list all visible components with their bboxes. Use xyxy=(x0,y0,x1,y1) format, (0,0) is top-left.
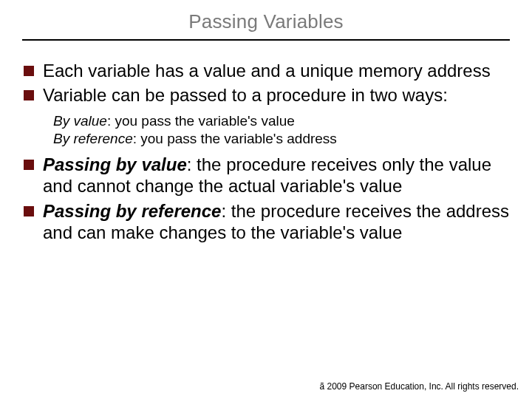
title-divider xyxy=(22,39,510,41)
slide-title: Passing Variables xyxy=(22,10,510,39)
square-bullet-icon xyxy=(24,206,34,216)
bullet-text: Passing by reference: the procedure rece… xyxy=(43,200,510,244)
slide-body: Each variable has a value and a unique m… xyxy=(24,60,510,243)
footer: ã 2009 Pearson Education, Inc. All right… xyxy=(319,381,519,392)
footer-text: 2009 Pearson Education, Inc. All rights … xyxy=(324,381,519,392)
square-bullet-icon xyxy=(24,90,34,100)
bullet-term: Passing by reference xyxy=(43,201,221,221)
bullet-term: Passing by value xyxy=(43,154,187,174)
sub-bullet-term: By reference xyxy=(53,131,133,146)
bullet-text: Passing by value: the procedure receives… xyxy=(43,154,510,197)
square-bullet-icon xyxy=(24,160,34,170)
sub-bullet-rest: : you pass the variable's value xyxy=(107,113,295,129)
bullet-text: Variable can be passed to a procedure in… xyxy=(43,84,510,106)
slide: Passing Variables Each variable has a va… xyxy=(0,0,532,399)
bullet-text: Each variable has a value and a unique m… xyxy=(43,60,510,81)
square-bullet-icon xyxy=(24,66,34,76)
bullet-item: Passing by reference: the procedure rece… xyxy=(24,200,510,244)
sub-bullet-rest: : you pass the variable's address xyxy=(133,131,337,146)
sub-bullet-item: By value: you pass the variable's value xyxy=(53,112,510,130)
sub-bullet-item: By reference: you pass the variable's ad… xyxy=(53,130,510,148)
bullet-item: Variable can be passed to a procedure in… xyxy=(24,84,510,106)
bullet-item: Passing by value: the procedure receives… xyxy=(24,154,510,197)
sub-bullet-term: By value xyxy=(53,113,107,129)
bullet-item: Each variable has a value and a unique m… xyxy=(24,60,510,81)
sub-bullet-group: By value: you pass the variable's value … xyxy=(53,112,510,149)
